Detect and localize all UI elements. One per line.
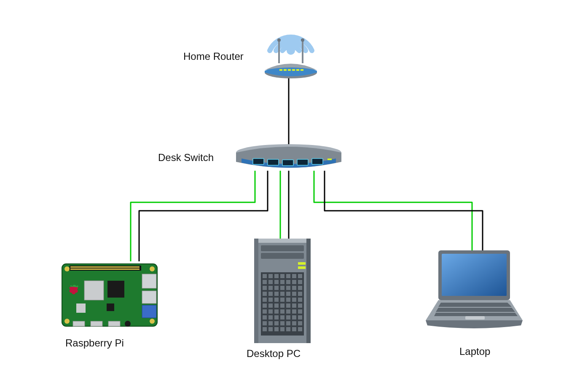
svg-rect-77 xyxy=(268,298,273,302)
link-switch-laptop-black xyxy=(325,171,483,253)
svg-rect-10 xyxy=(296,69,299,71)
svg-rect-65 xyxy=(280,286,284,290)
svg-rect-121 xyxy=(465,316,485,320)
svg-rect-36 xyxy=(91,321,102,326)
svg-rect-18 xyxy=(327,158,332,160)
svg-rect-16 xyxy=(297,159,308,165)
svg-rect-114 xyxy=(280,327,284,331)
svg-rect-85 xyxy=(274,303,279,308)
svg-rect-27 xyxy=(70,268,140,270)
label-desktop-pc: Desktop PC xyxy=(247,348,301,360)
svg-rect-42 xyxy=(306,239,311,343)
svg-rect-69 xyxy=(263,292,267,296)
svg-rect-29 xyxy=(107,281,124,298)
svg-rect-6 xyxy=(279,69,282,71)
node-home-router xyxy=(259,25,322,80)
svg-rect-59 xyxy=(286,280,290,284)
laptop-icon xyxy=(421,249,527,333)
svg-rect-9 xyxy=(292,69,295,71)
svg-point-4 xyxy=(301,38,304,42)
svg-point-23 xyxy=(64,319,70,324)
node-desktop-pc xyxy=(251,236,314,346)
svg-rect-115 xyxy=(286,327,290,331)
svg-point-22 xyxy=(150,266,155,271)
svg-rect-89 xyxy=(298,303,302,308)
svg-rect-98 xyxy=(268,315,273,320)
svg-rect-56 xyxy=(268,280,273,284)
raspberry-pi-icon xyxy=(61,261,158,329)
svg-rect-104 xyxy=(263,321,267,325)
svg-rect-40 xyxy=(254,239,311,243)
svg-rect-94 xyxy=(286,309,290,314)
svg-rect-41 xyxy=(254,239,258,343)
svg-rect-43 xyxy=(261,245,304,251)
svg-rect-95 xyxy=(292,309,296,314)
svg-rect-46 xyxy=(298,266,306,269)
svg-rect-86 xyxy=(280,303,284,308)
svg-rect-64 xyxy=(274,286,279,290)
svg-rect-51 xyxy=(280,274,284,278)
svg-rect-1 xyxy=(278,40,280,63)
link-switch-laptop-green xyxy=(314,171,472,253)
label-laptop: Laptop xyxy=(459,346,490,357)
svg-rect-109 xyxy=(292,321,296,325)
svg-rect-50 xyxy=(274,274,279,278)
svg-rect-72 xyxy=(280,292,284,296)
svg-rect-87 xyxy=(286,303,290,308)
svg-rect-63 xyxy=(268,286,273,290)
svg-rect-108 xyxy=(286,321,290,325)
svg-rect-30 xyxy=(76,303,86,313)
svg-rect-33 xyxy=(142,291,156,303)
label-home-router: Home Router xyxy=(183,51,244,62)
svg-rect-37 xyxy=(108,321,120,326)
svg-rect-34 xyxy=(142,305,156,318)
svg-rect-13 xyxy=(253,158,264,164)
svg-rect-67 xyxy=(292,286,296,290)
svg-rect-45 xyxy=(298,262,306,265)
svg-rect-31 xyxy=(107,303,114,311)
svg-rect-57 xyxy=(274,280,279,284)
node-laptop xyxy=(421,249,527,333)
svg-rect-48 xyxy=(263,274,267,278)
svg-point-0 xyxy=(287,46,295,55)
svg-point-21 xyxy=(64,266,70,271)
svg-rect-101 xyxy=(286,315,290,320)
label-desk-switch: Desk Switch xyxy=(158,152,214,164)
svg-rect-81 xyxy=(292,298,296,302)
svg-rect-99 xyxy=(274,315,279,320)
svg-rect-116 xyxy=(292,327,296,331)
svg-rect-28 xyxy=(84,281,104,300)
svg-rect-93 xyxy=(280,309,284,314)
router-icon xyxy=(259,25,322,80)
svg-rect-83 xyxy=(263,303,267,308)
svg-rect-53 xyxy=(292,274,296,278)
svg-rect-92 xyxy=(274,309,279,314)
svg-rect-74 xyxy=(292,292,296,296)
svg-rect-111 xyxy=(263,327,267,331)
svg-rect-55 xyxy=(263,280,267,284)
svg-rect-84 xyxy=(268,303,273,308)
svg-rect-75 xyxy=(298,292,302,296)
svg-rect-8 xyxy=(288,69,291,71)
svg-rect-88 xyxy=(292,303,296,308)
svg-rect-112 xyxy=(268,327,273,331)
svg-rect-52 xyxy=(286,274,290,278)
svg-rect-73 xyxy=(286,292,290,296)
svg-rect-62 xyxy=(263,286,267,290)
svg-rect-91 xyxy=(268,309,273,314)
svg-rect-110 xyxy=(298,321,302,325)
svg-rect-78 xyxy=(274,298,279,302)
svg-rect-96 xyxy=(298,309,302,314)
svg-rect-49 xyxy=(268,274,273,278)
svg-rect-103 xyxy=(298,315,302,320)
link-switch-pi-green xyxy=(131,171,255,261)
svg-rect-60 xyxy=(292,280,296,284)
svg-rect-76 xyxy=(263,298,267,302)
svg-rect-70 xyxy=(268,292,273,296)
svg-rect-79 xyxy=(280,298,284,302)
svg-rect-117 xyxy=(298,327,302,331)
svg-rect-61 xyxy=(298,280,302,284)
desktop-tower-icon xyxy=(251,236,314,346)
svg-rect-25 xyxy=(70,266,141,271)
svg-rect-106 xyxy=(274,321,279,325)
